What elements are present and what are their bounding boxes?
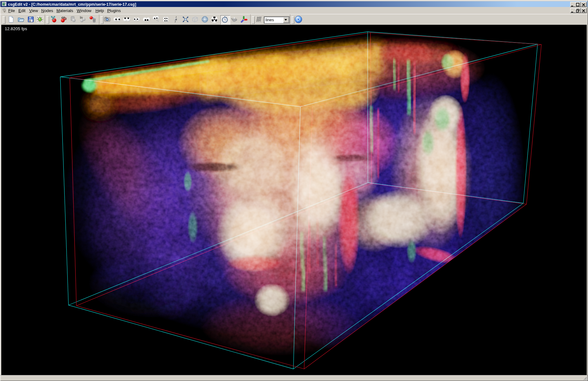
svg-text:In: In — [80, 16, 83, 19]
